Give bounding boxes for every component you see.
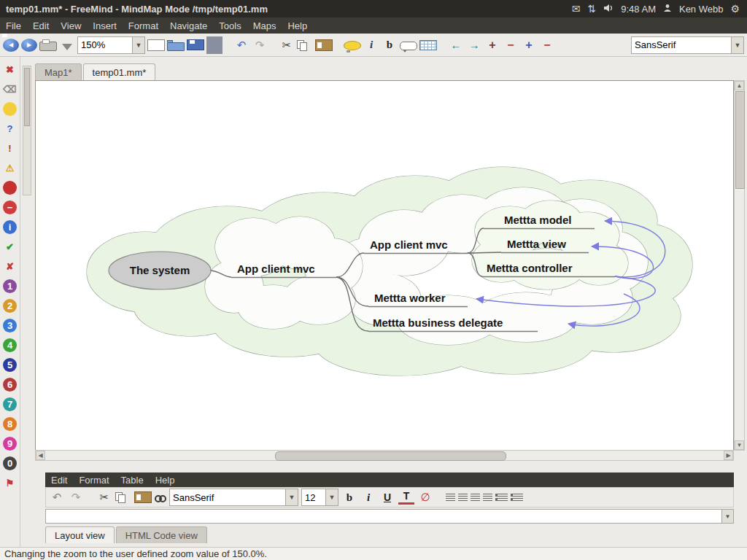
- clock[interactable]: 9:48 AM: [621, 4, 656, 15]
- help-icon[interactable]: ?: [3, 122, 17, 136]
- note-input-scroll-button[interactable]: ▼: [722, 509, 734, 524]
- attributes-button[interactable]: [419, 40, 437, 50]
- tab-map1[interactable]: Map1*: [35, 63, 82, 80]
- note-bold-button[interactable]: b: [341, 489, 357, 506]
- menu-navigate[interactable]: Navigate: [164, 19, 213, 33]
- note-align-left-button[interactable]: [446, 494, 455, 501]
- menu-help[interactable]: Help: [282, 19, 313, 33]
- note-number-list-button[interactable]: [511, 494, 523, 501]
- scroll-right-button[interactable]: ▶: [724, 451, 733, 460]
- tab-layout-view[interactable]: Layout view: [45, 526, 115, 543]
- font-dropdown-button[interactable]: ▼: [731, 37, 743, 53]
- priority-7-icon[interactable]: 7: [3, 397, 17, 411]
- menu-view[interactable]: View: [55, 19, 87, 33]
- note-size-input[interactable]: [302, 491, 325, 505]
- volume-icon[interactable]: [603, 4, 614, 14]
- horizontal-scrollbar-thumb[interactable]: [275, 451, 506, 461]
- note-menu-edit[interactable]: Edit: [45, 473, 73, 487]
- nav-right-button[interactable]: →: [466, 36, 482, 54]
- redo-button[interactable]: ↷: [252, 36, 268, 54]
- back-button[interactable]: ◀: [3, 39, 19, 52]
- nav-left-button[interactable]: ←: [448, 36, 464, 54]
- new-map-button[interactable]: [147, 39, 165, 51]
- node-app-client-mvc-1[interactable]: App client mvc: [237, 262, 315, 275]
- priority-3-icon[interactable]: 3: [3, 319, 17, 332]
- idea-icon[interactable]: [3, 102, 17, 116]
- note-copy-button[interactable]: [115, 492, 131, 502]
- paste-button[interactable]: [315, 39, 333, 51]
- note-find-button[interactable]: [155, 495, 166, 502]
- root-node-label[interactable]: The system: [130, 264, 190, 276]
- zoom-dropdown-button[interactable]: ▼: [132, 37, 144, 53]
- node-mettta-view[interactable]: Mettta view: [507, 238, 566, 250]
- menu-format[interactable]: Format: [123, 19, 164, 33]
- priority-1-icon[interactable]: 1: [3, 279, 17, 293]
- scroll-down-button[interactable]: ▼: [735, 440, 744, 450]
- note-size-dropdown-button[interactable]: ▼: [325, 489, 338, 505]
- filter-icon[interactable]: [62, 44, 72, 50]
- cut-button[interactable]: ✂: [279, 36, 295, 54]
- priority-0-icon[interactable]: 0: [3, 456, 17, 470]
- gear-icon[interactable]: ⚙: [730, 4, 740, 14]
- priority-5-icon[interactable]: 5: [3, 358, 17, 372]
- priority-2-icon[interactable]: 2: [3, 299, 17, 313]
- save-map-button[interactable]: [187, 39, 204, 50]
- vertical-scrollbar[interactable]: ▲ ▼: [734, 80, 745, 451]
- undo-button[interactable]: ↶: [233, 36, 249, 54]
- icon-sidebar-scrollbar[interactable]: [23, 66, 31, 195]
- idea-icon-button[interactable]: [344, 41, 361, 50]
- user-menu[interactable]: Ken Webb: [679, 4, 723, 15]
- mail-icon[interactable]: ✉: [572, 4, 581, 14]
- menu-tools[interactable]: Tools: [213, 19, 247, 33]
- priority-6-icon[interactable]: 6: [3, 378, 17, 392]
- note-bullet-list-button[interactable]: [495, 494, 508, 501]
- menu-file[interactable]: File: [0, 19, 27, 33]
- note-text-input[interactable]: [45, 509, 722, 524]
- open-map-button[interactable]: [167, 42, 185, 51]
- copy-button[interactable]: [297, 40, 313, 50]
- zoom-input[interactable]: [78, 38, 132, 52]
- note-underline-button[interactable]: U: [379, 489, 395, 506]
- forward-button[interactable]: ▶: [21, 39, 37, 52]
- note-menu-format[interactable]: Format: [73, 473, 115, 487]
- font-input[interactable]: [632, 38, 731, 52]
- remove-last-icon[interactable]: ✖: [3, 63, 17, 77]
- add-child-button[interactable]: +: [521, 36, 537, 54]
- info-icon[interactable]: i: [3, 220, 17, 234]
- note-paste-button[interactable]: [134, 491, 152, 503]
- flag-icon[interactable]: ⚑: [3, 476, 17, 490]
- network-icon[interactable]: ⇅: [588, 4, 597, 14]
- node-mettta-model[interactable]: Mettta model: [504, 214, 572, 226]
- menu-maps[interactable]: Maps: [247, 19, 282, 33]
- vertical-scrollbar-thumb[interactable]: [735, 91, 745, 189]
- note-undo-button[interactable]: ↶: [49, 489, 65, 506]
- node-app-client-mvc-2[interactable]: App client mvc: [370, 238, 448, 251]
- note-menu-help[interactable]: Help: [150, 473, 181, 487]
- menu-insert[interactable]: Insert: [87, 19, 123, 33]
- not-ok-icon[interactable]: ✘: [3, 260, 17, 273]
- priority-8-icon[interactable]: 8: [3, 417, 17, 431]
- remove-child-button[interactable]: −: [539, 36, 555, 54]
- note-cut-button[interactable]: ✂: [96, 489, 112, 506]
- note-align-center-button[interactable]: [458, 494, 468, 501]
- print-button[interactable]: [39, 42, 57, 51]
- note-font-color-button[interactable]: T: [398, 491, 414, 505]
- italic-button[interactable]: i: [363, 36, 379, 54]
- horizontal-scrollbar[interactable]: ◀ ▶: [35, 450, 734, 461]
- note-font-input[interactable]: [170, 491, 285, 505]
- mindmap-canvas[interactable]: The system App client mvc App client mvc…: [35, 80, 734, 451]
- prohibited-icon[interactable]: −: [3, 201, 17, 214]
- attention-icon[interactable]: !: [3, 141, 17, 155]
- note-font-dropdown-button[interactable]: ▼: [285, 489, 298, 505]
- note-align-justify-button[interactable]: [483, 494, 492, 501]
- mindmap-root-node[interactable]: The system: [109, 252, 211, 289]
- note-italic-button[interactable]: i: [360, 489, 376, 506]
- remove-node-button[interactable]: −: [503, 36, 519, 54]
- scroll-up-button[interactable]: ▲: [735, 81, 744, 90]
- note-menu-table[interactable]: Table: [115, 473, 150, 487]
- add-sibling-button[interactable]: +: [484, 36, 500, 54]
- save-as-button[interactable]: [206, 36, 222, 54]
- node-mettta-worker[interactable]: Mettta worker: [374, 292, 446, 304]
- icon-sidebar-scrollbar-thumb[interactable]: [24, 68, 30, 126]
- tab-temp01[interactable]: temp01.mm*: [83, 63, 156, 80]
